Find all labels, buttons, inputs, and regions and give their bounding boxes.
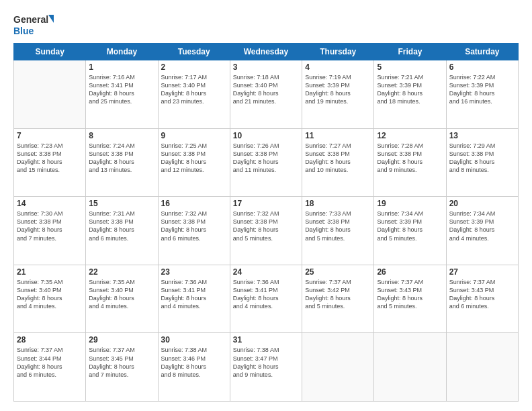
day-number: 29: [89, 335, 154, 345]
day-number: 11: [305, 131, 371, 140]
day-info: Sunrise: 7:24 AM Sunset: 3:38 PM Dayligh…: [89, 142, 154, 175]
calendar-cell: 5Sunrise: 7:21 AM Sunset: 3:39 PM Daylig…: [374, 60, 446, 129]
day-info: Sunrise: 7:23 AM Sunset: 3:38 PM Dayligh…: [17, 142, 83, 175]
day-number: 15: [89, 199, 154, 208]
day-number: 5: [377, 62, 443, 72]
calendar-cell: [302, 333, 374, 402]
day-info: Sunrise: 7:38 AM Sunset: 3:47 PM Dayligh…: [233, 346, 299, 379]
calendar-day-header: Tuesday: [158, 44, 230, 60]
svg-marker-2: [48, 15, 54, 23]
calendar-week-row: 7Sunrise: 7:23 AM Sunset: 3:38 PM Daylig…: [14, 128, 519, 197]
day-number: 1: [89, 62, 154, 72]
day-info: Sunrise: 7:35 AM Sunset: 3:40 PM Dayligh…: [17, 278, 83, 311]
day-number: 30: [161, 335, 227, 345]
calendar-day-header: Wednesday: [230, 44, 302, 60]
day-number: 21: [17, 267, 83, 277]
calendar-day-header: Friday: [374, 44, 446, 60]
day-number: 27: [449, 267, 515, 277]
day-info: Sunrise: 7:18 AM Sunset: 3:40 PM Dayligh…: [233, 73, 299, 106]
day-info: Sunrise: 7:26 AM Sunset: 3:38 PM Dayligh…: [233, 142, 299, 175]
calendar-cell: 30Sunrise: 7:38 AM Sunset: 3:46 PM Dayli…: [158, 333, 230, 402]
day-number: 22: [89, 267, 154, 277]
day-number: 3: [233, 62, 299, 72]
day-info: Sunrise: 7:30 AM Sunset: 3:38 PM Dayligh…: [17, 210, 83, 242]
calendar-day-header: Thursday: [302, 44, 374, 60]
day-info: Sunrise: 7:37 AM Sunset: 3:43 PM Dayligh…: [449, 278, 515, 311]
day-number: 14: [17, 199, 83, 208]
calendar-day-header: Sunday: [14, 44, 86, 60]
day-info: Sunrise: 7:16 AM Sunset: 3:41 PM Dayligh…: [89, 73, 154, 106]
calendar-cell: 15Sunrise: 7:31 AM Sunset: 3:38 PM Dayli…: [86, 197, 158, 265]
calendar-cell: 27Sunrise: 7:37 AM Sunset: 3:43 PM Dayli…: [446, 265, 518, 333]
svg-text:General: General: [13, 14, 48, 25]
day-info: Sunrise: 7:34 AM Sunset: 3:39 PM Dayligh…: [449, 210, 515, 242]
calendar-cell: 8Sunrise: 7:24 AM Sunset: 3:38 PM Daylig…: [86, 128, 158, 197]
day-number: 23: [161, 267, 227, 277]
calendar-cell: 14Sunrise: 7:30 AM Sunset: 3:38 PM Dayli…: [14, 197, 86, 265]
day-info: Sunrise: 7:37 AM Sunset: 3:43 PM Dayligh…: [377, 278, 443, 311]
day-number: 18: [305, 199, 371, 208]
svg-text:Blue: Blue: [13, 26, 34, 36]
calendar-cell: 16Sunrise: 7:32 AM Sunset: 3:38 PM Dayli…: [158, 197, 230, 265]
day-number: 24: [233, 267, 299, 277]
day-number: 12: [377, 131, 443, 140]
calendar-cell: 23Sunrise: 7:36 AM Sunset: 3:41 PM Dayli…: [158, 265, 230, 333]
calendar-cell: 4Sunrise: 7:19 AM Sunset: 3:39 PM Daylig…: [302, 60, 374, 129]
calendar-cell: 26Sunrise: 7:37 AM Sunset: 3:43 PM Dayli…: [374, 265, 446, 333]
day-number: 26: [377, 267, 443, 277]
calendar-cell: 29Sunrise: 7:37 AM Sunset: 3:45 PM Dayli…: [86, 333, 158, 402]
day-info: Sunrise: 7:29 AM Sunset: 3:38 PM Dayligh…: [449, 142, 515, 175]
logo-svg: General Blue: [13, 12, 54, 38]
day-number: 25: [305, 267, 371, 277]
calendar-cell: 17Sunrise: 7:32 AM Sunset: 3:38 PM Dayli…: [230, 197, 302, 265]
calendar-header-row: SundayMondayTuesdayWednesdayThursdayFrid…: [14, 44, 519, 60]
day-info: Sunrise: 7:25 AM Sunset: 3:38 PM Dayligh…: [161, 142, 227, 175]
calendar-cell: 19Sunrise: 7:34 AM Sunset: 3:39 PM Dayli…: [374, 197, 446, 265]
calendar-day-header: Saturday: [446, 44, 518, 60]
logo: General Blue: [13, 12, 54, 38]
day-info: Sunrise: 7:27 AM Sunset: 3:38 PM Dayligh…: [305, 142, 371, 175]
calendar-cell: [14, 60, 86, 129]
calendar-week-row: 1Sunrise: 7:16 AM Sunset: 3:41 PM Daylig…: [14, 60, 519, 129]
calendar-day-header: Monday: [86, 44, 158, 60]
calendar-cell: 11Sunrise: 7:27 AM Sunset: 3:38 PM Dayli…: [302, 128, 374, 197]
calendar-cell: 2Sunrise: 7:17 AM Sunset: 3:40 PM Daylig…: [158, 60, 230, 129]
calendar-cell: [446, 333, 518, 402]
day-number: 17: [233, 199, 299, 208]
day-number: 16: [161, 199, 227, 208]
day-number: 8: [89, 131, 154, 140]
day-info: Sunrise: 7:37 AM Sunset: 3:45 PM Dayligh…: [89, 346, 154, 379]
day-info: Sunrise: 7:37 AM Sunset: 3:42 PM Dayligh…: [305, 278, 371, 311]
day-info: Sunrise: 7:35 AM Sunset: 3:40 PM Dayligh…: [89, 278, 154, 311]
calendar-cell: 24Sunrise: 7:36 AM Sunset: 3:41 PM Dayli…: [230, 265, 302, 333]
day-info: Sunrise: 7:17 AM Sunset: 3:40 PM Dayligh…: [161, 73, 227, 106]
day-number: 4: [305, 62, 371, 72]
day-number: 13: [449, 131, 515, 140]
day-info: Sunrise: 7:33 AM Sunset: 3:38 PM Dayligh…: [305, 210, 371, 242]
day-info: Sunrise: 7:38 AM Sunset: 3:46 PM Dayligh…: [161, 346, 227, 379]
day-number: 10: [233, 131, 299, 140]
calendar-week-row: 21Sunrise: 7:35 AM Sunset: 3:40 PM Dayli…: [14, 265, 519, 333]
day-info: Sunrise: 7:34 AM Sunset: 3:39 PM Dayligh…: [377, 210, 443, 242]
day-number: 2: [161, 62, 227, 72]
day-info: Sunrise: 7:22 AM Sunset: 3:39 PM Dayligh…: [449, 73, 515, 106]
day-number: 7: [17, 131, 83, 140]
day-number: 9: [161, 131, 227, 140]
day-info: Sunrise: 7:36 AM Sunset: 3:41 PM Dayligh…: [233, 278, 299, 311]
day-info: Sunrise: 7:32 AM Sunset: 3:38 PM Dayligh…: [161, 210, 227, 242]
calendar-cell: 21Sunrise: 7:35 AM Sunset: 3:40 PM Dayli…: [14, 265, 86, 333]
calendar-cell: 7Sunrise: 7:23 AM Sunset: 3:38 PM Daylig…: [14, 128, 86, 197]
day-info: Sunrise: 7:37 AM Sunset: 3:44 PM Dayligh…: [17, 346, 83, 379]
calendar-week-row: 28Sunrise: 7:37 AM Sunset: 3:44 PM Dayli…: [14, 333, 519, 402]
header: General Blue: [13, 12, 519, 38]
calendar-cell: 12Sunrise: 7:28 AM Sunset: 3:38 PM Dayli…: [374, 128, 446, 197]
day-number: 19: [377, 199, 443, 208]
day-number: 20: [449, 199, 515, 208]
calendar-cell: 20Sunrise: 7:34 AM Sunset: 3:39 PM Dayli…: [446, 197, 518, 265]
day-number: 31: [233, 335, 299, 345]
day-number: 6: [449, 62, 515, 72]
page: General Blue SundayMondayTuesdayWednesda…: [0, 0, 532, 411]
day-info: Sunrise: 7:36 AM Sunset: 3:41 PM Dayligh…: [161, 278, 227, 311]
calendar-week-row: 14Sunrise: 7:30 AM Sunset: 3:38 PM Dayli…: [14, 197, 519, 265]
calendar-cell: 1Sunrise: 7:16 AM Sunset: 3:41 PM Daylig…: [86, 60, 158, 129]
